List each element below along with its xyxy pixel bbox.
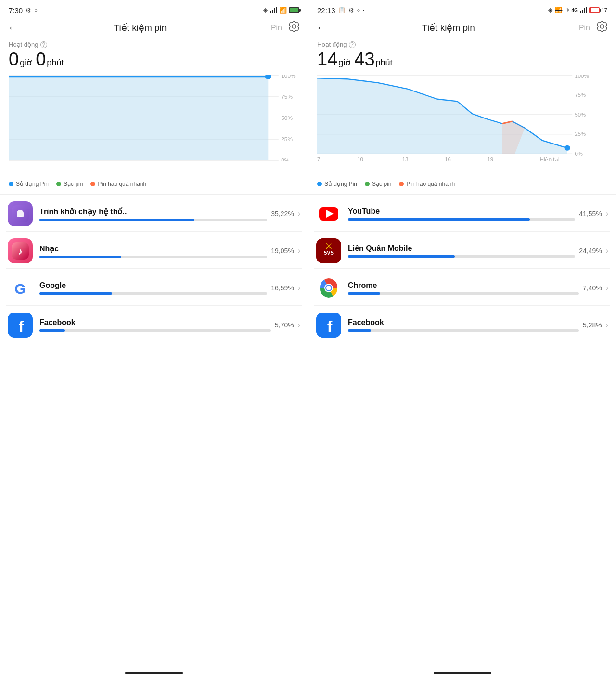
chart-svg-right: 100% 75% 50% 25% 0% 7 10 13 16 19 Hiện t…: [317, 75, 607, 161]
settings-icon-left[interactable]: [288, 20, 300, 35]
app-item-launcher[interactable]: Trình khởi chạy hệ thố.. 35,22% ›: [6, 195, 302, 232]
chart-left: 100% 75% 50% 25% 0%: [9, 75, 299, 176]
app-item-music[interactable]: ♪ Nhạc 19,05% ›: [6, 232, 302, 269]
status-right-right: ✳ 📶 ☽ 4G 17: [548, 7, 607, 14]
battery-icon-right: [589, 7, 600, 13]
svg-point-24: [600, 25, 604, 28]
music-app-icon: ♪: [8, 238, 33, 263]
pin-label-right[interactable]: Pin: [579, 24, 590, 32]
chrome-bar-fill: [348, 292, 380, 295]
legend-item-battery-use: Sử dụng Pin: [9, 181, 49, 187]
launcher-percent: 35,22%: [271, 210, 294, 218]
header-right: ← Tiết kiệm pin Pin: [308, 18, 616, 39]
svg-text:25%: 25%: [575, 131, 586, 137]
music-app-name: Nhạc: [39, 244, 267, 253]
google-app-icon: G G: [8, 275, 33, 300]
svg-text:⚔: ⚔: [325, 241, 333, 251]
svg-text:f: f: [19, 318, 24, 335]
legend-dot-blue: [9, 182, 13, 186]
svg-text:16: 16: [445, 157, 451, 161]
svg-point-54: [326, 286, 331, 290]
lienquan-chevron: ›: [606, 247, 608, 255]
time-left: 7:30: [9, 6, 23, 14]
chart-right: 100% 75% 50% 25% 0% 7 10 13 16 19 Hiện t…: [317, 75, 607, 176]
facebook-app-info-right: Facebook: [348, 318, 579, 332]
svg-rect-15: [19, 216, 22, 217]
legend-item-charging-right: Sạc pin: [365, 181, 391, 187]
legend-item-battery-use-right: Sử dụng Pin: [317, 181, 357, 187]
chrome-bar-container: [348, 292, 579, 295]
help-icon-right: ?: [349, 41, 356, 48]
chrome-percent: 7,40%: [583, 284, 602, 292]
svg-text:10: 10: [357, 157, 363, 161]
app-item-youtube[interactable]: YouTube 41,55% ›: [314, 195, 610, 232]
svg-text:0%: 0%: [281, 157, 289, 161]
legend-dot-orange: [90, 182, 95, 186]
settings-icon-right[interactable]: [596, 20, 608, 35]
launcher-app-icon: [8, 201, 33, 226]
facebook-app-info-left: Facebook: [39, 318, 271, 332]
phone-panel-left: 7:30 ⚙ ○ ✳ 📶 ← Tiết kiệm pin Pin: [0, 0, 308, 679]
nav-bar-left: [125, 672, 183, 674]
music-bar-fill: [39, 256, 121, 258]
youtube-app-info: YouTube: [348, 207, 575, 221]
wifi-off-icon: 📶: [555, 7, 562, 13]
pin-label-left[interactable]: Pin: [271, 24, 282, 32]
lienquan-bar-container: [348, 255, 575, 258]
legend-dot-orange-right: [399, 182, 404, 186]
activity-label-left: Hoạt động ?: [9, 41, 299, 48]
legend-item-charging: Sạc pin: [56, 181, 83, 187]
svg-text:19: 19: [487, 157, 493, 161]
youtube-app-icon: [316, 201, 341, 226]
battery-icon: [289, 7, 299, 13]
app-item-facebook-right[interactable]: f Facebook 5,28% ›: [314, 306, 610, 342]
status-bar-right: 22:13 📋 ⚙ ○ • ✳ 📶 ☽ 4G 17: [308, 0, 616, 18]
chrome-app-name: Chrome: [348, 281, 579, 290]
svg-text:♪: ♪: [18, 246, 23, 257]
legend-label-battery-use-right: Sử dụng Pin: [324, 181, 357, 187]
legend-label-charging-right: Sạc pin: [372, 181, 391, 187]
google-percent: 16,59%: [271, 284, 294, 292]
google-app-info: Google: [39, 281, 267, 295]
music-chevron: ›: [298, 247, 300, 255]
youtube-percent: 41,55%: [579, 210, 602, 218]
svg-text:0%: 0%: [575, 151, 583, 157]
activity-time-right: 14 giờ 43 phút: [317, 49, 607, 70]
page-title-left: Tiết kiệm pin: [10, 22, 271, 33]
dot-icon: •: [363, 8, 364, 13]
activity-time-left: 0 giờ 0 phút: [9, 49, 299, 70]
facebook-app-icon-right: f: [316, 313, 341, 338]
svg-text:7: 7: [317, 157, 320, 161]
bottom-nav-right: [308, 668, 616, 679]
signal-icon-right: [580, 7, 587, 13]
legend-label-charging: Sạc pin: [64, 181, 83, 187]
bluetooth-icon: ✳: [263, 7, 268, 14]
facebook-bar-container-right: [348, 329, 579, 332]
youtube-chevron: ›: [606, 209, 608, 218]
bluetooth-icon-right: ✳: [548, 7, 553, 14]
svg-marker-30: [317, 78, 567, 154]
legend-dot-green: [56, 182, 61, 186]
legend-label-battery-use: Sử dụng Pin: [16, 181, 49, 187]
facebook-app-icon-left: f: [8, 313, 33, 338]
launcher-app-info: Trình khởi chạy hệ thố..: [39, 207, 267, 221]
bottom-nav-left: [0, 668, 308, 679]
screenshot-icon: 📋: [338, 7, 346, 13]
google-bar-container: [39, 292, 267, 295]
music-percent: 19,05%: [271, 247, 294, 255]
app-list-left: Trình khởi chạy hệ thố.. 35,22% › ♪ Nhạc: [0, 195, 308, 668]
music-app-info: Nhạc: [39, 244, 267, 258]
svg-text:25%: 25%: [281, 136, 293, 142]
svg-point-32: [565, 145, 570, 151]
app-item-facebook-left[interactable]: f Facebook 5,70% ›: [6, 306, 302, 342]
settings-status-icon: ⚙: [26, 7, 31, 14]
music-bar-container: [39, 256, 267, 258]
facebook-percent-left: 5,70%: [275, 321, 294, 329]
svg-point-1: [292, 25, 296, 28]
svg-marker-0: [289, 21, 299, 32]
header-left: ← Tiết kiệm pin Pin: [0, 18, 308, 39]
youtube-app-name: YouTube: [348, 207, 575, 216]
app-item-lienquan[interactable]: 5V5 ⚔ Liên Quân Mobile 24,49% ›: [314, 232, 610, 269]
app-item-chrome[interactable]: Chrome 7,40% ›: [314, 269, 610, 306]
app-item-google[interactable]: G G Google 16,59% ›: [6, 269, 302, 306]
